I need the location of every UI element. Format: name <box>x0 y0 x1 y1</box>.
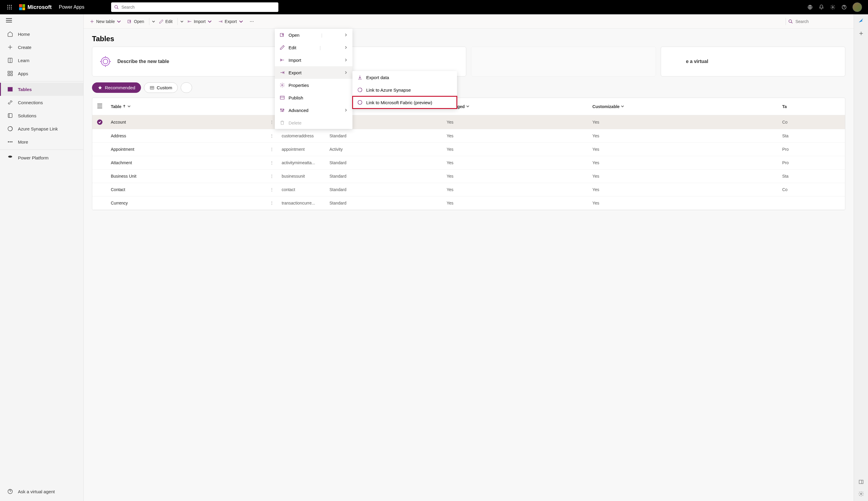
rail-settings-icon[interactable] <box>858 491 864 498</box>
add-tab-icon[interactable] <box>858 31 864 38</box>
row-custom: Yes <box>589 115 779 129</box>
menu-export-data[interactable]: Export data <box>352 71 457 84</box>
menu-open[interactable]: Open | <box>275 29 352 41</box>
sidebar-item-label: Apps <box>18 71 28 76</box>
environment-icon[interactable] <box>807 4 813 10</box>
row-menu-button[interactable]: ⋮ <box>266 170 278 183</box>
sidebar-item-connections[interactable]: Connections <box>0 96 83 109</box>
column-customizable[interactable]: Customizable <box>589 98 779 115</box>
search-icon <box>788 19 793 24</box>
sidebar-ask-agent[interactable]: Ask a virtual agent <box>0 485 83 498</box>
edit-button[interactable]: Edit <box>157 17 175 26</box>
sidebar-item-synapse[interactable]: Azure Synapse Link <box>0 122 83 135</box>
table-row[interactable]: Appointment ⋮ appointment Activity Yes Y… <box>92 143 845 156</box>
overflow-button[interactable] <box>247 17 256 26</box>
svg-point-9 <box>115 6 117 8</box>
pill-hidden[interactable] <box>181 82 192 93</box>
row-tag: Sta <box>779 129 845 143</box>
table-row[interactable]: Address ⋮ customeraddress Standard Yes Y… <box>92 129 845 143</box>
chevron-down-icon[interactable] <box>180 20 184 23</box>
row-name: Appointment <box>107 143 266 156</box>
sidebar-item-label: Create <box>18 45 31 50</box>
column-managed[interactable]: Managed <box>443 98 589 115</box>
table-row[interactable]: Currency ⋮ transactioncurre... Standard … <box>92 196 845 210</box>
sidebar-item-home[interactable]: Home <box>0 28 83 41</box>
toolbar-search[interactable] <box>785 18 850 25</box>
svg-point-66 <box>282 85 283 86</box>
global-search-input[interactable] <box>121 5 275 10</box>
action-cards: Describe the new table e a virtual <box>84 46 854 82</box>
menu-export[interactable]: Export <box>275 66 352 79</box>
sidebar-item-learn[interactable]: Learn <box>0 54 83 67</box>
panel-icon[interactable] <box>858 479 864 486</box>
menu-link-fabric[interactable]: Link to Microsoft Fabric (preview) <box>352 96 457 109</box>
sidebar-item-more[interactable]: More <box>0 135 83 148</box>
menu-properties[interactable]: Properties <box>275 79 352 92</box>
svg-rect-25 <box>8 87 12 91</box>
toolbar-search-input[interactable] <box>795 19 848 24</box>
row-menu-button[interactable]: ⋮ <box>266 129 278 143</box>
open-button[interactable]: Open <box>125 17 146 26</box>
sidebar-item-solutions[interactable]: Solutions <box>0 109 83 122</box>
row-tag: Co <box>779 183 845 196</box>
edit-icon <box>159 19 164 24</box>
row-sysname: activitymimeatta... <box>278 156 326 170</box>
import-button[interactable]: Import <box>185 17 215 26</box>
row-name: Contact <box>107 183 266 196</box>
menu-advanced[interactable]: Advanced <box>275 104 352 116</box>
row-menu-button[interactable]: ⋮ <box>266 196 278 210</box>
table-row[interactable]: Business Unit ⋮ businessunit Standard Ye… <box>92 170 845 183</box>
card-virtual[interactable]: e a virtual <box>661 46 846 76</box>
svg-rect-61 <box>280 33 284 37</box>
sidebar-item-label: Connections <box>18 100 43 105</box>
card-hidden[interactable] <box>471 46 656 76</box>
column-table[interactable]: Table <box>107 98 266 115</box>
row-menu-button[interactable]: ⋮ <box>266 183 278 196</box>
svg-point-33 <box>12 141 12 142</box>
row-name: Attachment <box>107 156 266 170</box>
pill-recommended[interactable]: Recommended <box>92 82 141 93</box>
column-tags[interactable]: Ta <box>779 98 845 115</box>
table-row[interactable]: Contact ⋮ contact Standard Yes Yes Co <box>92 183 845 196</box>
column-select[interactable] <box>92 98 107 115</box>
menu-edit[interactable]: Edit | <box>275 41 352 54</box>
pill-custom[interactable]: Custom <box>144 82 178 93</box>
sidebar-item-platform[interactable]: Power Platform <box>0 151 83 164</box>
svg-point-6 <box>8 9 8 10</box>
sidebar-item-label: Home <box>18 32 30 37</box>
copilot-icon[interactable] <box>858 17 864 24</box>
svg-point-47 <box>101 57 110 66</box>
svg-point-48 <box>103 59 108 64</box>
table-row[interactable]: Account ⋮ account Standard Yes Yes Co <box>92 115 845 129</box>
microsoft-logo: Microsoft <box>19 4 52 10</box>
row-menu-button[interactable]: ⋮ <box>266 156 278 170</box>
chevron-right-icon <box>344 33 348 37</box>
row-managed: Yes <box>443 143 589 156</box>
sidebar-item-tables[interactable]: Tables <box>0 83 83 96</box>
notifications-icon[interactable] <box>818 4 824 10</box>
sidebar-toggle[interactable] <box>0 14 83 28</box>
menu-link-synapse[interactable]: Link to Azure Synapse <box>352 84 457 96</box>
export-button[interactable]: Export <box>216 17 245 26</box>
table-row[interactable]: Attachment ⋮ activitymimeatta... Standar… <box>92 156 845 170</box>
chevron-down-icon[interactable] <box>152 20 155 23</box>
svg-point-1 <box>9 5 10 6</box>
help-icon[interactable] <box>841 4 847 10</box>
gear-icon <box>279 82 285 88</box>
user-avatar[interactable] <box>853 2 862 12</box>
menu-publish[interactable]: Publish <box>275 92 352 104</box>
sidebar-item-apps[interactable]: Apps <box>0 67 83 80</box>
global-search[interactable] <box>111 2 278 12</box>
card-label: e a virtual <box>686 59 709 64</box>
settings-icon[interactable] <box>830 4 836 10</box>
row-name: Address <box>107 129 266 143</box>
sidebar-item-create[interactable]: Create <box>0 41 83 54</box>
row-menu-button[interactable]: ⋮ <box>266 143 278 156</box>
new-table-button[interactable]: New table <box>87 17 124 26</box>
card-describe-table[interactable]: Describe the new table <box>92 46 277 76</box>
app-launcher-icon[interactable] <box>2 5 17 10</box>
menu-import[interactable]: Import <box>275 54 352 66</box>
chevron-right-icon <box>344 46 348 49</box>
svg-point-4 <box>9 7 10 8</box>
checked-icon[interactable] <box>97 119 103 125</box>
